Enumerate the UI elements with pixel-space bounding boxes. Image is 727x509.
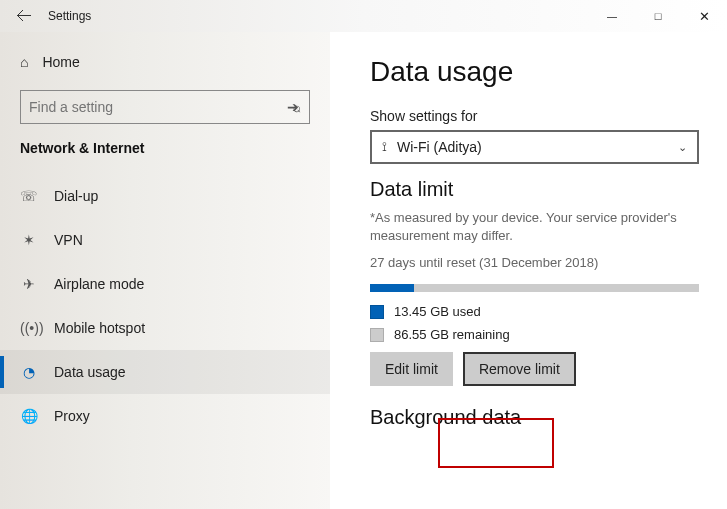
reset-text: 27 days until reset (31 December 2018): [370, 255, 699, 270]
hotspot-icon: ((•)): [20, 320, 38, 336]
adapter-dropdown[interactable]: ⟟ Wi-Fi (Aditya) ⌄: [370, 130, 699, 164]
home-icon: ⌂: [20, 54, 28, 70]
sidebar-item-label: Dial-up: [54, 188, 98, 204]
minimize-button[interactable]: ―: [589, 0, 635, 32]
used-row: 13.45 GB used: [370, 304, 699, 319]
back-button[interactable]: 🡠: [0, 7, 48, 25]
search-icon: ⌕: [293, 99, 301, 115]
adapter-label: Wi-Fi (Aditya): [397, 139, 668, 155]
window-title: Settings: [48, 9, 91, 23]
measurement-note: *As measured by your device. Your servic…: [370, 209, 699, 245]
sidebar-item-label: Airplane mode: [54, 276, 144, 292]
data-limit-heading: Data limit: [370, 178, 699, 201]
sidebar-item-label: Data usage: [54, 364, 126, 380]
edit-limit-button[interactable]: Edit limit: [370, 352, 453, 386]
maximize-button[interactable]: □: [635, 0, 681, 32]
sidebar-nav: ☏ Dial-up ✶ VPN ✈ Airplane mode ((•)) Mo…: [0, 174, 330, 438]
used-swatch: [370, 305, 384, 319]
main-panel: Data usage Show settings for ⟟ Wi-Fi (Ad…: [330, 32, 727, 509]
page-title: Data usage: [370, 56, 699, 88]
close-button[interactable]: ✕: [681, 0, 727, 32]
remaining-text: 86.55 GB remaining: [394, 327, 510, 342]
vpn-icon: ✶: [20, 232, 38, 248]
search-box[interactable]: ➔ ⌕: [20, 90, 310, 124]
usage-progress-fill: [370, 284, 414, 292]
remaining-swatch: [370, 328, 384, 342]
window-controls: ― □ ✕: [589, 0, 727, 32]
sidebar-item-label: Proxy: [54, 408, 90, 424]
home-label: Home: [42, 54, 79, 70]
titlebar: 🡠 Settings ― □ ✕: [0, 0, 727, 32]
sidebar-item-datausage[interactable]: ◔ Data usage: [0, 350, 330, 394]
background-data-heading: Background data: [370, 406, 699, 429]
sidebar-item-airplane[interactable]: ✈ Airplane mode: [0, 262, 330, 306]
proxy-icon: 🌐: [20, 408, 38, 424]
wifi-icon: ⟟: [382, 139, 387, 155]
sidebar-item-hotspot[interactable]: ((•)) Mobile hotspot: [0, 306, 330, 350]
sidebar-home[interactable]: ⌂ Home: [20, 42, 310, 82]
usage-progress: [370, 284, 699, 292]
datausage-icon: ◔: [20, 364, 38, 380]
sidebar-item-vpn[interactable]: ✶ VPN: [0, 218, 330, 262]
sidebar-item-dialup[interactable]: ☏ Dial-up: [0, 174, 330, 218]
remove-limit-button[interactable]: Remove limit: [463, 352, 576, 386]
limit-buttons: Edit limit Remove limit: [370, 352, 699, 386]
used-text: 13.45 GB used: [394, 304, 481, 319]
show-settings-label: Show settings for: [370, 108, 699, 124]
sidebar-section-label: Network & Internet: [20, 140, 310, 156]
sidebar-item-label: Mobile hotspot: [54, 320, 145, 336]
chevron-down-icon: ⌄: [678, 141, 687, 154]
remaining-row: 86.55 GB remaining: [370, 327, 699, 342]
dialup-icon: ☏: [20, 188, 38, 204]
airplane-icon: ✈: [20, 276, 38, 292]
sidebar-item-label: VPN: [54, 232, 83, 248]
search-input[interactable]: [29, 99, 287, 115]
sidebar-item-proxy[interactable]: 🌐 Proxy: [0, 394, 330, 438]
sidebar: ⌂ Home ➔ ⌕ Network & Internet ☏ Dial-up …: [0, 32, 330, 509]
